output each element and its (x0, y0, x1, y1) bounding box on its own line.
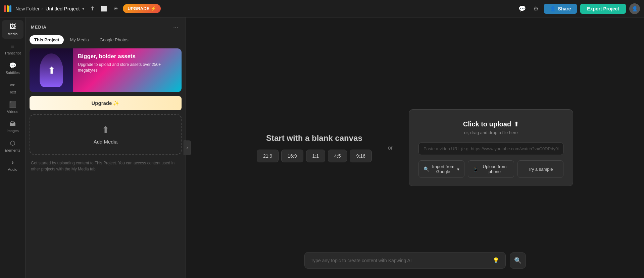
comment-bubble-icon-btn[interactable]: 💬 (516, 4, 528, 14)
upgrade-lightning-icon: ⚡ (151, 6, 156, 11)
breadcrumb-chevron: › (42, 6, 43, 11)
sidebar-label-videos: Videos (7, 110, 18, 114)
export-button[interactable]: Export Project (580, 4, 626, 14)
sidebar-item-subtitles[interactable]: 💬 Subtitles (2, 59, 23, 77)
logo-bar-blue (9, 5, 11, 12)
sidebar-item-transcript[interactable]: ≡ Transcript (2, 40, 23, 58)
topbar: New Folder › Untitled Project ▾ ⬆ ⬜ ☀ UP… (0, 0, 644, 17)
share-person-icon: 👤 (550, 6, 556, 11)
tab-google-photos[interactable]: Google Photos (95, 35, 133, 44)
logo-bar-red (4, 5, 6, 12)
sidebar-label-transcript: Transcript (4, 51, 21, 55)
settings-icon-btn[interactable]: ☀ (111, 4, 120, 13)
import-google-button[interactable]: 🔍 Import from Google ▾ (418, 160, 464, 178)
upload-box[interactable]: Click to upload ⬆ or, drag and drop a fi… (409, 109, 573, 186)
upgrade-card-image: ⬆ (30, 48, 73, 92)
audio-icon: ♪ (11, 159, 14, 166)
blank-canvas-section: Start with a blank canvas 21:9 16:9 1:1 … (257, 133, 372, 162)
topbar-right: 💬 ⚙ 👤 Share Export Project 👤 (516, 3, 640, 14)
icon-sidebar: 🖼 Media ≡ Transcript 💬 Subtitles ✏ Text … (0, 17, 26, 278)
upgrade-button[interactable]: UPGRADE ⚡ (123, 4, 161, 13)
canvas-ratio-buttons: 21:9 16:9 1:1 4:5 9:16 (257, 150, 372, 162)
or-divider: or (388, 145, 393, 151)
upgrade-card-btn-label: Upgrade ✨ (91, 100, 119, 106)
ai-search-button[interactable]: 🔍 (510, 252, 526, 269)
sidebar-label-text: Text (9, 90, 16, 94)
sidebar-label-audio: Audio (8, 167, 17, 171)
import-google-chevron: ▾ (457, 167, 459, 172)
search-icon: 🔍 (514, 257, 522, 264)
upgrade-upload-icon: ⬆ (48, 65, 55, 76)
ratio-btn-16-9[interactable]: 16:9 (281, 150, 303, 162)
google-icon: 🔍 (424, 166, 429, 172)
comment-icon-btn[interactable]: ⬜ (99, 4, 109, 13)
sidebar-label-elements: Elements (5, 148, 20, 152)
upgrade-card-button[interactable]: Upgrade ✨ (30, 96, 182, 110)
add-media-box[interactable]: ⬆ Add Media (30, 114, 182, 155)
project-name[interactable]: Untitled Project (46, 6, 80, 11)
tab-my-media[interactable]: My Media (65, 35, 93, 44)
share-button[interactable]: 👤 Share (544, 4, 577, 14)
sidebar-item-media[interactable]: 🖼 Media (2, 20, 23, 39)
upgrade-card-desc: Upgrade to upload and store assets over … (78, 62, 177, 73)
canvas-area: Start with a blank canvas 21:9 16:9 1:1 … (186, 17, 644, 278)
sidebar-item-videos[interactable]: ⬛ Videos (2, 98, 23, 116)
ratio-btn-21-9[interactable]: 21:9 (257, 150, 279, 162)
sidebar-label-media: Media (8, 32, 18, 36)
try-sample-button[interactable]: Try a sample (517, 160, 563, 178)
sidebar-label-subtitles: Subtitles (5, 71, 19, 75)
add-media-label: Add Media (94, 139, 118, 145)
upload-box-subtitle: or, drag and drop a file here (464, 130, 518, 135)
media-icon: 🖼 (9, 23, 16, 31)
upload-phone-button[interactable]: 📱 Upload from phone (468, 160, 514, 178)
panel-title: MEDIA (31, 25, 47, 30)
panel-header: MEDIA ··· (26, 17, 186, 35)
upgrade-card-title: Bigger, bolder assets (78, 53, 177, 60)
media-panel: MEDIA ··· This Project My Media Google P… (26, 17, 186, 278)
tab-this-project[interactable]: This Project (30, 35, 64, 44)
elements-icon: ⬡ (10, 140, 15, 147)
gear-icon-btn[interactable]: ⚙ (531, 4, 541, 14)
ratio-btn-9-16[interactable]: 9:16 (350, 150, 371, 162)
share-upload-icon-btn[interactable]: ⬆ (88, 4, 97, 13)
avatar[interactable]: 👤 (629, 3, 640, 14)
panel-tabs: This Project My Media Google Photos (26, 35, 186, 48)
sample-label: Try a sample (528, 167, 553, 172)
text-icon: ✏ (10, 81, 15, 89)
ratio-btn-4-5[interactable]: 4:5 (328, 150, 347, 162)
ai-bar[interactable]: Type any topic to create content with Ka… (304, 252, 506, 269)
logo-bar-yellow (7, 5, 9, 12)
upgrade-card-content: Bigger, bolder assets Upgrade to upload … (73, 48, 182, 92)
sidebar-item-images[interactable]: 🏔 Images (2, 118, 23, 135)
sidebar-item-audio[interactable]: ♪ Audio (2, 156, 23, 174)
phone-icon: 📱 (473, 167, 478, 172)
logo (4, 5, 11, 12)
upload-phone-label: Upload from phone (480, 164, 509, 174)
blank-canvas-title: Start with a blank canvas (266, 133, 362, 143)
sidebar-item-elements[interactable]: ⬡ Elements (2, 137, 23, 155)
videos-icon: ⬛ (9, 101, 16, 108)
upload-box-title: Click to upload ⬆ (463, 120, 519, 128)
topbar-actions: ⬆ ⬜ ☀ (88, 4, 120, 13)
folder-name[interactable]: New Folder (15, 6, 40, 11)
export-label: Export Project (587, 6, 619, 11)
url-input[interactable] (418, 143, 563, 155)
ai-bar-bulb-icon: 💡 (493, 257, 499, 264)
sidebar-item-text[interactable]: ✏ Text (2, 79, 23, 97)
upgrade-card-figure: ⬆ (40, 53, 63, 87)
ai-bar-container: Type any topic to create content with Ka… (304, 252, 526, 269)
upload-icon: ⬆ (514, 121, 519, 128)
ratio-btn-1-1[interactable]: 1:1 (306, 150, 325, 162)
breadcrumb: New Folder › (15, 6, 43, 11)
upload-actions: 🔍 Import from Google ▾ 📱 Upload from pho… (418, 160, 563, 178)
upgrade-card: ⬆ Bigger, bolder assets Upgrade to uploa… (30, 48, 182, 92)
project-name-dropdown-icon[interactable]: ▾ (82, 6, 84, 11)
upgrade-label: UPGRADE (128, 6, 149, 11)
add-media-upload-icon: ⬆ (102, 124, 109, 135)
sidebar-label-images: Images (6, 129, 18, 133)
panel-more-button[interactable]: ··· (171, 23, 180, 31)
panel-collapse-button[interactable]: ‹ (184, 141, 191, 155)
subtitles-icon: 💬 (9, 62, 16, 69)
main-layout: 🖼 Media ≡ Transcript 💬 Subtitles ✏ Text … (0, 17, 644, 278)
share-label: Share (558, 6, 571, 11)
